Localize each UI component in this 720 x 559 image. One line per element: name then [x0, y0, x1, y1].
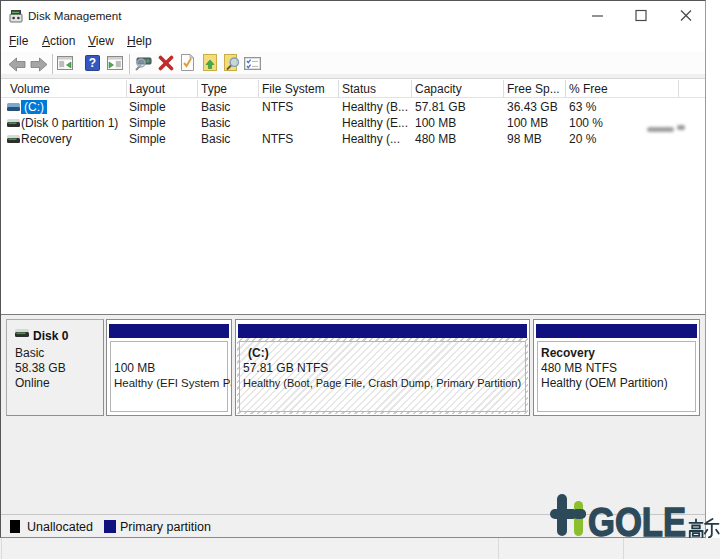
- svg-text:?: ?: [89, 56, 96, 70]
- svg-text:GOLE: GOLE: [588, 499, 686, 538]
